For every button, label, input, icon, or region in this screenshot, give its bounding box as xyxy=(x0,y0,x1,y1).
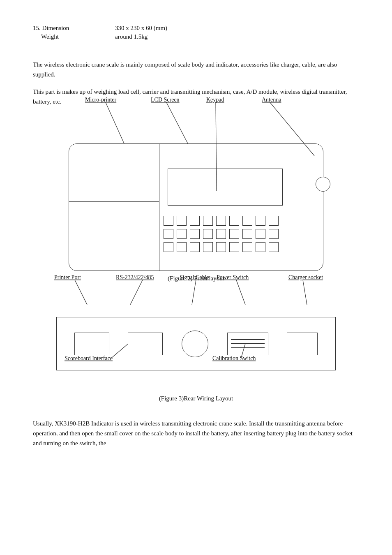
front-left-section xyxy=(69,144,159,271)
svg-line-1 xyxy=(106,102,124,143)
key-btn xyxy=(229,216,239,226)
rs232-port xyxy=(128,333,163,355)
key-btn xyxy=(216,229,226,239)
figure2-caption: (Figure 2) Front layout xyxy=(168,275,224,282)
key-btn xyxy=(256,229,265,239)
key-btn xyxy=(269,216,279,226)
keypad-grid xyxy=(164,216,280,254)
lcd-box xyxy=(168,169,283,206)
closing-paragraph: Usually, XK3190-H2B Indicator is used in… xyxy=(33,419,359,448)
key-btn xyxy=(216,242,226,252)
spec-row-weight: Weight around 1.5kg xyxy=(33,33,359,40)
key-btn xyxy=(190,242,200,252)
key-btn xyxy=(177,242,187,252)
key-btn xyxy=(203,216,213,226)
key-btn xyxy=(256,216,265,226)
spec-row-dimension: 15. Dimension 330 x 230 x 60 (mm) xyxy=(33,25,359,32)
front-device-body xyxy=(69,143,323,271)
rear-device-body xyxy=(56,317,336,370)
figure2-area: Micro-printer LCD Screen Keypad Antenna xyxy=(33,119,359,290)
key-btn xyxy=(256,242,265,252)
key-btn xyxy=(177,216,187,226)
signal-cable-port xyxy=(182,331,208,357)
key-btn xyxy=(203,229,213,239)
printer-port xyxy=(74,333,109,355)
dimension-label: 15. Dimension xyxy=(33,25,115,32)
charger-socket xyxy=(287,333,318,355)
key-btn xyxy=(242,242,252,252)
paragraph-2: This part is makes up of weighing load c… xyxy=(33,87,359,106)
key-btn xyxy=(177,229,187,239)
key-btn xyxy=(164,229,173,239)
key-btn xyxy=(203,242,213,252)
svg-line-3 xyxy=(166,102,188,143)
paragraph-1: The wireless electronic crane scale is m… xyxy=(33,60,359,79)
key-btn xyxy=(229,242,239,252)
power-switch xyxy=(227,333,268,355)
figure3-area: Printer Port RS-232/422/485 Signal Cable… xyxy=(33,294,359,410)
key-btn xyxy=(164,242,173,252)
key-btn xyxy=(242,216,252,226)
key-btn xyxy=(269,229,279,239)
key-btn xyxy=(164,216,173,226)
key-btn xyxy=(190,229,200,239)
key-btn xyxy=(269,242,279,252)
weight-label: Weight xyxy=(33,33,115,40)
rear-layout-container: Printer Port RS-232/422/485 Signal Cable… xyxy=(52,294,340,370)
key-btn xyxy=(190,216,200,226)
key-btn xyxy=(216,216,226,226)
front-layout-container: Micro-printer LCD Screen Keypad Antenna xyxy=(60,119,332,271)
weight-value: around 1.5kg xyxy=(115,33,359,40)
figure3-caption: (Figure 3)Rear Wiring Layout xyxy=(159,395,233,402)
dimension-value: 330 x 230 x 60 (mm) xyxy=(115,25,359,32)
antenna-circle xyxy=(316,177,330,192)
front-left-divider xyxy=(69,201,159,202)
spec-table: 15. Dimension 330 x 230 x 60 (mm) Weight… xyxy=(33,25,359,40)
key-btn xyxy=(242,229,252,239)
key-btn xyxy=(229,229,239,239)
